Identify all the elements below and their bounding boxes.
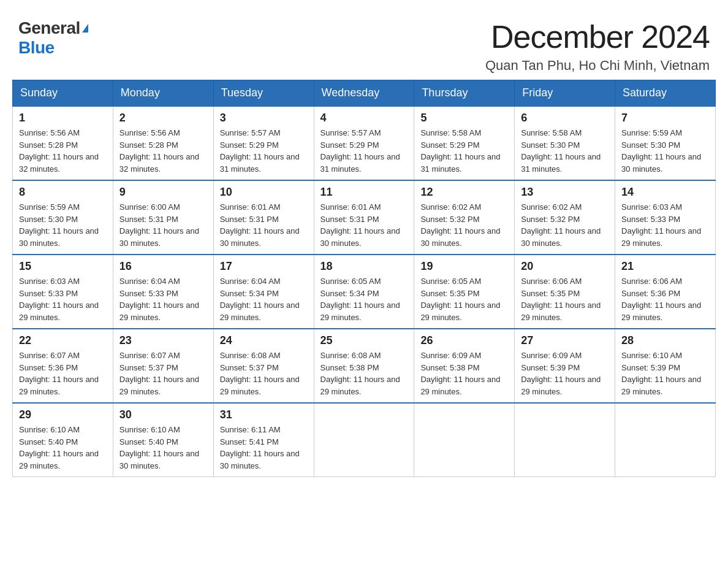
day-header-friday: Friday [515, 80, 615, 107]
day-header-thursday: Thursday [414, 80, 515, 107]
day-info: Sunrise: 6:01 AMSunset: 5:31 PMDaylight:… [220, 201, 308, 249]
day-number: 7 [621, 112, 709, 124]
day-number: 8 [19, 186, 107, 199]
day-number: 23 [119, 334, 207, 347]
day-info: Sunrise: 6:09 AMSunset: 5:39 PMDaylight:… [521, 350, 609, 397]
week-row-5: 29Sunrise: 6:10 AMSunset: 5:40 PMDayligh… [13, 403, 716, 477]
calendar-cell: 20Sunrise: 6:06 AMSunset: 5:35 PMDayligh… [515, 255, 615, 329]
day-number: 22 [19, 334, 107, 347]
week-row-3: 15Sunrise: 6:03 AMSunset: 5:33 PMDayligh… [13, 255, 716, 329]
day-number: 21 [621, 260, 709, 273]
day-info: Sunrise: 6:10 AMSunset: 5:40 PMDaylight:… [119, 424, 207, 472]
day-info: Sunrise: 6:07 AMSunset: 5:37 PMDaylight:… [119, 350, 207, 397]
title-block: December 2024 Quan Tan Phu, Ho Chi Minh,… [485, 18, 710, 74]
day-info: Sunrise: 6:03 AMSunset: 5:33 PMDaylight:… [621, 201, 709, 249]
day-info: Sunrise: 6:09 AMSunset: 5:38 PMDaylight:… [420, 350, 508, 397]
day-info: Sunrise: 5:59 AMSunset: 5:30 PMDaylight:… [19, 201, 107, 249]
calendar-cell: 12Sunrise: 6:02 AMSunset: 5:32 PMDayligh… [414, 180, 515, 255]
calendar-cell: 3Sunrise: 5:57 AMSunset: 5:29 PMDaylight… [213, 106, 314, 180]
calendar-cell: 13Sunrise: 6:02 AMSunset: 5:32 PMDayligh… [515, 180, 615, 255]
logo-general-text: General [18, 18, 80, 38]
calendar-cell: 30Sunrise: 6:10 AMSunset: 5:40 PMDayligh… [113, 403, 213, 477]
calendar-cell: 23Sunrise: 6:07 AMSunset: 5:37 PMDayligh… [113, 329, 213, 403]
calendar-table: SundayMondayTuesdayWednesdayThursdayFrid… [12, 80, 716, 477]
day-info: Sunrise: 5:58 AMSunset: 5:30 PMDaylight:… [521, 127, 609, 175]
day-info: Sunrise: 5:57 AMSunset: 5:29 PMDaylight:… [220, 127, 308, 175]
day-info: Sunrise: 6:11 AMSunset: 5:41 PMDaylight:… [220, 424, 308, 472]
calendar-cell [414, 403, 515, 477]
day-number: 16 [119, 260, 207, 273]
calendar-cell: 9Sunrise: 6:00 AMSunset: 5:31 PMDaylight… [113, 180, 213, 255]
day-info: Sunrise: 6:10 AMSunset: 5:39 PMDaylight:… [621, 350, 709, 397]
calendar-header-row: SundayMondayTuesdayWednesdayThursdayFrid… [13, 80, 716, 107]
day-header-monday: Monday [113, 80, 213, 107]
day-number: 1 [19, 112, 107, 124]
calendar-cell [515, 403, 615, 477]
calendar-cell: 5Sunrise: 5:58 AMSunset: 5:29 PMDaylight… [414, 106, 515, 180]
calendar-cell: 27Sunrise: 6:09 AMSunset: 5:39 PMDayligh… [515, 329, 615, 403]
calendar-cell: 11Sunrise: 6:01 AMSunset: 5:31 PMDayligh… [314, 180, 414, 255]
day-info: Sunrise: 6:06 AMSunset: 5:36 PMDaylight:… [621, 275, 709, 323]
calendar-cell: 8Sunrise: 5:59 AMSunset: 5:30 PMDaylight… [13, 180, 113, 255]
day-number: 15 [19, 260, 107, 273]
calendar-cell: 22Sunrise: 6:07 AMSunset: 5:36 PMDayligh… [13, 329, 113, 403]
day-info: Sunrise: 5:59 AMSunset: 5:30 PMDaylight:… [621, 127, 709, 175]
calendar-cell: 7Sunrise: 5:59 AMSunset: 5:30 PMDaylight… [615, 106, 716, 180]
day-number: 24 [220, 334, 308, 347]
calendar-cell: 31Sunrise: 6:11 AMSunset: 5:41 PMDayligh… [213, 403, 314, 477]
week-row-4: 22Sunrise: 6:07 AMSunset: 5:36 PMDayligh… [13, 329, 716, 403]
calendar-cell: 21Sunrise: 6:06 AMSunset: 5:36 PMDayligh… [615, 255, 716, 329]
calendar-cell: 15Sunrise: 6:03 AMSunset: 5:33 PMDayligh… [13, 255, 113, 329]
calendar-cell: 14Sunrise: 6:03 AMSunset: 5:33 PMDayligh… [615, 180, 716, 255]
day-number: 18 [320, 260, 408, 273]
page-header: General Blue December 2024 Quan Tan Phu,… [12, 12, 716, 74]
day-info: Sunrise: 6:07 AMSunset: 5:36 PMDaylight:… [19, 350, 107, 397]
week-row-1: 1Sunrise: 5:56 AMSunset: 5:28 PMDaylight… [13, 106, 716, 180]
day-number: 6 [521, 112, 609, 124]
day-info: Sunrise: 5:58 AMSunset: 5:29 PMDaylight:… [420, 127, 508, 175]
calendar-cell: 10Sunrise: 6:01 AMSunset: 5:31 PMDayligh… [213, 180, 314, 255]
calendar-cell: 26Sunrise: 6:09 AMSunset: 5:38 PMDayligh… [414, 329, 515, 403]
calendar-cell [615, 403, 716, 477]
day-info: Sunrise: 6:08 AMSunset: 5:37 PMDaylight:… [220, 350, 308, 397]
day-info: Sunrise: 5:57 AMSunset: 5:29 PMDaylight:… [320, 127, 408, 175]
day-number: 30 [119, 408, 207, 421]
day-info: Sunrise: 6:06 AMSunset: 5:35 PMDaylight:… [521, 275, 609, 323]
day-info: Sunrise: 6:03 AMSunset: 5:33 PMDaylight:… [19, 275, 107, 323]
calendar-cell [314, 403, 414, 477]
day-info: Sunrise: 6:05 AMSunset: 5:34 PMDaylight:… [320, 275, 408, 323]
calendar-cell: 1Sunrise: 5:56 AMSunset: 5:28 PMDaylight… [13, 106, 113, 180]
logo: General Blue [18, 18, 88, 58]
day-info: Sunrise: 6:04 AMSunset: 5:33 PMDaylight:… [119, 275, 207, 323]
day-number: 13 [521, 186, 609, 199]
calendar-cell: 28Sunrise: 6:10 AMSunset: 5:39 PMDayligh… [615, 329, 716, 403]
calendar-cell: 25Sunrise: 6:08 AMSunset: 5:38 PMDayligh… [314, 329, 414, 403]
day-number: 29 [19, 408, 107, 421]
day-number: 5 [420, 112, 508, 124]
day-info: Sunrise: 6:02 AMSunset: 5:32 PMDaylight:… [521, 201, 609, 249]
day-number: 10 [220, 186, 308, 199]
day-info: Sunrise: 5:56 AMSunset: 5:28 PMDaylight:… [19, 127, 107, 175]
day-number: 26 [420, 334, 508, 347]
calendar-cell: 19Sunrise: 6:05 AMSunset: 5:35 PMDayligh… [414, 255, 515, 329]
day-number: 25 [320, 334, 408, 347]
day-info: Sunrise: 6:05 AMSunset: 5:35 PMDaylight:… [420, 275, 508, 323]
day-number: 9 [119, 186, 207, 199]
day-info: Sunrise: 6:02 AMSunset: 5:32 PMDaylight:… [420, 201, 508, 249]
day-number: 31 [220, 408, 308, 421]
calendar-subtitle: Quan Tan Phu, Ho Chi Minh, Vietnam [485, 58, 710, 74]
logo-triangle-icon [82, 24, 88, 33]
day-header-wednesday: Wednesday [314, 80, 414, 107]
day-number: 27 [521, 334, 609, 347]
calendar-cell: 16Sunrise: 6:04 AMSunset: 5:33 PMDayligh… [113, 255, 213, 329]
calendar-cell: 18Sunrise: 6:05 AMSunset: 5:34 PMDayligh… [314, 255, 414, 329]
calendar-cell: 17Sunrise: 6:04 AMSunset: 5:34 PMDayligh… [213, 255, 314, 329]
day-number: 19 [420, 260, 508, 273]
logo-blue-text: Blue [18, 38, 55, 57]
day-number: 3 [220, 112, 308, 124]
day-header-sunday: Sunday [13, 80, 113, 107]
day-header-tuesday: Tuesday [213, 80, 314, 107]
calendar-cell: 4Sunrise: 5:57 AMSunset: 5:29 PMDaylight… [314, 106, 414, 180]
calendar-cell: 6Sunrise: 5:58 AMSunset: 5:30 PMDaylight… [515, 106, 615, 180]
day-info: Sunrise: 6:08 AMSunset: 5:38 PMDaylight:… [320, 350, 408, 397]
